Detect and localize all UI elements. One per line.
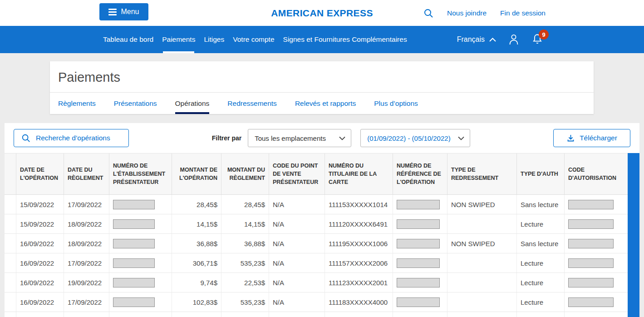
col-numero-titulaire: NUMÉRO DU TITULAIRE DE LA CARTE bbox=[324, 154, 393, 194]
date-range-dropdown[interactable]: (01/09/2022) - (05/10/2022) bbox=[360, 129, 470, 147]
search-icon bbox=[21, 134, 30, 143]
table-row[interactable]: 16/09/2022 19/09/2022 9,74$ 22,53$ N/A 1… bbox=[5, 273, 628, 292]
contact-link[interactable]: Nous joindre bbox=[447, 9, 487, 17]
table-row[interactable]: 16/09/2022 17/09/2022 306,71$ 535,23$ N/… bbox=[5, 253, 628, 273]
table-row[interactable]: 15/09/2022 17/09/2022 28,45$ 28,45$ N/A … bbox=[5, 195, 628, 214]
redacted-value bbox=[568, 258, 614, 268]
redacted-value bbox=[568, 297, 614, 307]
locations-dropdown-value: Tous les emplacements bbox=[255, 134, 326, 142]
header-utility-links: Nous joindre Fin de session bbox=[423, 0, 546, 26]
redacted-value bbox=[568, 239, 614, 248]
menu-button-label: Menu bbox=[121, 8, 139, 16]
redacted-value bbox=[113, 297, 155, 307]
hamburger-icon bbox=[108, 9, 117, 15]
language-selector[interactable]: Français bbox=[457, 35, 496, 44]
col-montant-operation: MONTANT DE L'OPÉRATION bbox=[172, 154, 221, 194]
locations-dropdown[interactable]: Tous les emplacements bbox=[248, 129, 351, 147]
tab-reglements[interactable]: Règlements bbox=[58, 93, 96, 114]
redacted-value bbox=[397, 239, 440, 248]
search-operations-button[interactable]: Recherche d’opérations bbox=[14, 129, 129, 147]
main-nav: Tableau de bord Paiements Litiges Votre … bbox=[0, 26, 644, 53]
table-row[interactable]: 16/09/2022 18/09/2022 36,88$ 36,88$ N/A … bbox=[5, 234, 628, 253]
tab-redressements[interactable]: Redressements bbox=[227, 93, 277, 114]
language-label: Français bbox=[457, 35, 485, 44]
chevron-down-icon bbox=[339, 136, 345, 140]
col-type-auth: TYPE D'AUTH bbox=[516, 154, 564, 194]
redacted-value bbox=[397, 278, 440, 287]
chevron-down-icon bbox=[458, 136, 464, 140]
col-date-operation: DATE DE L'OPÉRATION bbox=[16, 154, 64, 194]
col-code-point-vente: CODE DU POINT DE VENTE PRÉSENTATEUR bbox=[269, 154, 324, 194]
nav-item-tableau-de-bord[interactable]: Tableau de bord bbox=[103, 26, 153, 53]
download-icon bbox=[566, 134, 575, 143]
col-montant-reglement: MONTANT DU RÈGLEMENT bbox=[221, 154, 269, 194]
download-button[interactable]: Télécharger bbox=[553, 129, 630, 147]
tab-plus-options[interactable]: Plus d’options bbox=[374, 93, 418, 114]
redacted-value bbox=[397, 297, 440, 307]
logout-link[interactable]: Fin de session bbox=[500, 9, 546, 17]
table-row[interactable]: 15/09/2022 18/09/2022 14,15$ 14,15$ N/A … bbox=[5, 214, 628, 234]
redacted-value bbox=[113, 258, 155, 268]
col-code-autorisation: CODE D'AUTORISATION bbox=[564, 154, 628, 194]
download-label: Télécharger bbox=[580, 134, 617, 142]
col-numero-reference: NUMÉRO DE RÉFÉRENCE DE L'OPÉRATION bbox=[393, 154, 447, 194]
header-gutter bbox=[5, 154, 16, 194]
filter-bar: Recherche d’opérations Filtrer par Tous … bbox=[5, 123, 639, 153]
table-header-row: DATE DE L'OPÉRATION DATE DU RÈGLEMENT NU… bbox=[5, 153, 628, 195]
redacted-value bbox=[113, 278, 155, 287]
amex-logo: AMERICAN EXPRESS bbox=[271, 8, 373, 19]
table-vertical-scrollbar[interactable] bbox=[628, 153, 639, 317]
page-title: Paiements bbox=[50, 61, 594, 93]
notification-badge: 9 bbox=[539, 30, 549, 40]
table-row[interactable]: 16/09/2022 17/09/2022 102,83$ 535,23$ N/… bbox=[5, 292, 628, 312]
top-header: Menu AMERICAN EXPRESS Nous joindre Fin d… bbox=[0, 0, 644, 26]
operations-table: DATE DE L'OPÉRATION DATE DU RÈGLEMENT NU… bbox=[5, 153, 628, 317]
redacted-value bbox=[397, 258, 440, 268]
menu-button[interactable]: Menu bbox=[99, 3, 148, 20]
redacted-value bbox=[113, 200, 155, 209]
operations-panel: Recherche d’opérations Filtrer par Tous … bbox=[5, 123, 639, 317]
search-icon[interactable] bbox=[423, 8, 433, 18]
nav-item-paiements[interactable]: Paiements bbox=[162, 26, 195, 53]
redacted-value bbox=[113, 219, 155, 229]
search-operations-label: Recherche d’opérations bbox=[36, 134, 110, 142]
nav-item-litiges[interactable]: Litiges bbox=[204, 26, 224, 53]
date-range-value: (01/09/2022) - (05/10/2022) bbox=[367, 134, 450, 142]
payments-tabs: Règlements Présentations Opérations Redr… bbox=[50, 93, 594, 114]
redacted-value bbox=[113, 239, 155, 248]
col-date-reglement: DATE DU RÈGLEMENT bbox=[64, 154, 109, 194]
col-type-redressement: TYPE DE REDRESSEMENT bbox=[447, 154, 516, 194]
tab-presentations[interactable]: Présentations bbox=[114, 93, 157, 114]
redacted-value bbox=[568, 219, 614, 229]
notifications-bell-icon[interactable]: 9 bbox=[531, 33, 543, 46]
redacted-value bbox=[397, 219, 440, 229]
filter-by-label: Filtrer par bbox=[212, 134, 241, 142]
tab-operations[interactable]: Opérations bbox=[175, 93, 210, 114]
table-row-partial[interactable]: 16/09/2022 17/09/2022 2222274096 142,29$… bbox=[5, 312, 628, 317]
col-numero-etablissement: NUMÉRO DE L'ÉTABLISSEMENT PRÉSENTATEUR bbox=[109, 154, 172, 194]
nav-right-cluster: Français 9 bbox=[457, 26, 543, 53]
page-card: Paiements Règlements Présentations Opéra… bbox=[50, 61, 594, 114]
nav-item-signes-fournitures[interactable]: Signes et Fournitures Complémentaires bbox=[283, 26, 407, 53]
profile-icon[interactable] bbox=[508, 33, 520, 46]
tab-releves-rapports[interactable]: Relevés et rapports bbox=[295, 93, 356, 114]
redacted-value bbox=[568, 200, 614, 209]
nav-item-votre-compte[interactable]: Votre compte bbox=[233, 26, 274, 53]
chevron-up-icon bbox=[489, 38, 496, 42]
redacted-value bbox=[397, 200, 440, 209]
redacted-value bbox=[568, 278, 614, 287]
